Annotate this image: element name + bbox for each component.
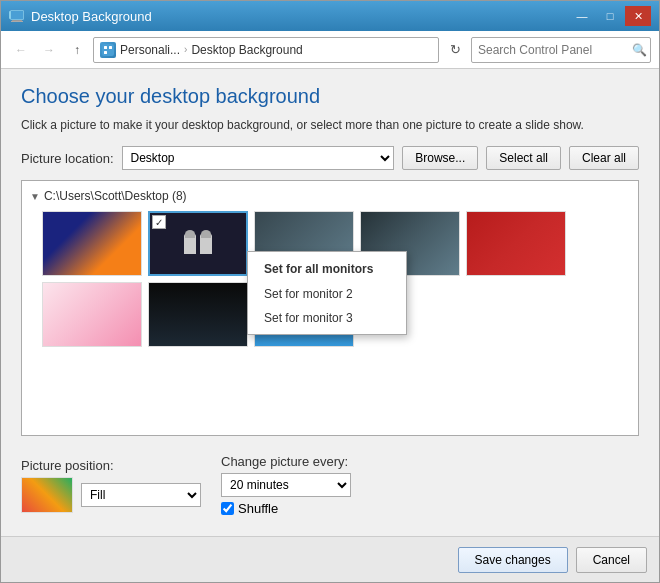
select-all-button[interactable]: Select all: [486, 146, 561, 170]
up-button[interactable]: ↑: [65, 38, 89, 62]
title-bar: Desktop Background — □ ✕: [1, 1, 659, 31]
change-picture-label: Change picture every:: [221, 454, 351, 469]
window-controls: — □ ✕: [569, 6, 651, 26]
search-input[interactable]: [478, 43, 628, 57]
search-icon: 🔍: [632, 43, 647, 57]
window-title: Desktop Background: [31, 9, 152, 24]
window-icon: [9, 8, 25, 24]
thumbnail-5[interactable]: [466, 211, 566, 276]
change-row: 20 minutes: [221, 473, 351, 497]
title-bar-left: Desktop Background: [9, 8, 152, 24]
save-button[interactable]: Save changes: [458, 547, 568, 573]
svg-rect-6: [104, 46, 107, 49]
svg-rect-7: [109, 46, 112, 49]
maximize-button[interactable]: □: [597, 6, 623, 26]
close-button[interactable]: ✕: [625, 6, 651, 26]
browse-button[interactable]: Browse...: [402, 146, 478, 170]
breadcrumb-personalization: Personali...: [120, 43, 180, 57]
shuffle-label: Shuffle: [238, 501, 278, 516]
picture-position-label: Picture position:: [21, 458, 201, 473]
pictures-panel: ▼ C:\Users\Scott\Desktop (8) ✓: [21, 180, 639, 436]
picture-location-label: Picture location:: [21, 151, 114, 166]
clear-all-button[interactable]: Clear all: [569, 146, 639, 170]
folder-header: ▼ C:\Users\Scott\Desktop (8): [30, 189, 630, 203]
breadcrumb: Personali... › Desktop Background: [93, 37, 439, 63]
thumbnail-2[interactable]: ✓: [148, 211, 248, 276]
thumbnail-1[interactable]: [42, 211, 142, 276]
svg-rect-4: [11, 21, 23, 22]
folder-triangle: ▼: [30, 191, 40, 202]
address-bar: ← → ↑ Personali... › Desktop Background …: [1, 31, 659, 69]
picture-position-area: Picture position: Fill: [21, 458, 201, 513]
svg-rect-1: [11, 11, 23, 19]
folder-path: C:\Users\Scott\Desktop (8): [44, 189, 187, 203]
forward-button[interactable]: →: [37, 38, 61, 62]
svg-rect-2: [9, 11, 11, 19]
bottom-section: Picture position: Fill Change picture ev…: [21, 446, 639, 520]
change-picture-area: Change picture every: 20 minutes Shuffle: [221, 454, 351, 516]
personalization-icon: [100, 42, 116, 58]
page-title: Choose your desktop background: [21, 85, 639, 108]
content-area: Choose your desktop background Click a p…: [1, 69, 659, 536]
thumbnail-check: ✓: [152, 215, 166, 229]
thumbnail-6[interactable]: [42, 282, 142, 347]
svg-rect-8: [104, 51, 107, 54]
footer-bar: Save changes Cancel: [1, 536, 659, 582]
context-menu-header: Set for all monitors: [248, 256, 406, 282]
thumbnail-7[interactable]: [148, 282, 248, 347]
refresh-button[interactable]: ↻: [443, 38, 467, 62]
position-row: Fill: [21, 477, 201, 513]
page-subtitle: Click a picture to make it your desktop …: [21, 118, 639, 132]
context-menu-item-monitor2[interactable]: Set for monitor 2: [248, 282, 406, 306]
shuffle-row: Shuffle: [221, 501, 351, 516]
context-menu: Set for all monitors Set for monitor 2 S…: [247, 251, 407, 335]
desktop-background-window: Desktop Background — □ ✕ ← → ↑ Personali…: [0, 0, 660, 583]
shuffle-checkbox[interactable]: [221, 502, 234, 515]
picture-location-row: Picture location: Desktop Browse... Sele…: [21, 146, 639, 170]
search-box: 🔍: [471, 37, 651, 63]
context-menu-item-monitor3[interactable]: Set for monitor 3: [248, 306, 406, 330]
position-preview: [21, 477, 73, 513]
cancel-button[interactable]: Cancel: [576, 547, 647, 573]
picture-location-select[interactable]: Desktop: [122, 146, 395, 170]
back-button[interactable]: ←: [9, 38, 33, 62]
breadcrumb-separator: ›: [184, 44, 187, 55]
minimize-button[interactable]: —: [569, 6, 595, 26]
position-select[interactable]: Fill: [81, 483, 201, 507]
interval-select[interactable]: 20 minutes: [221, 473, 351, 497]
breadcrumb-current: Desktop Background: [191, 43, 302, 57]
svg-rect-5: [102, 44, 114, 56]
